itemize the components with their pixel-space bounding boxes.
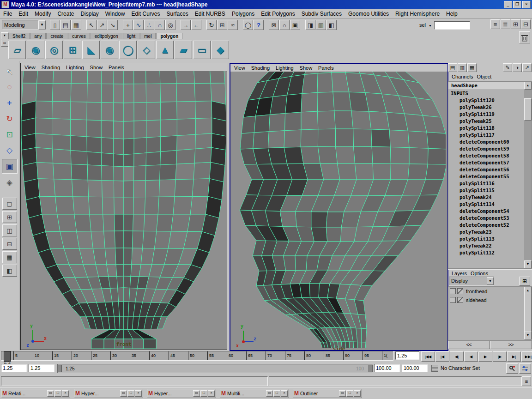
command-line-input[interactable] — [1, 376, 268, 386]
camera-home-icon[interactable]: ⌂ — [279, 20, 290, 30]
chevron-down-icon[interactable]: ▼ — [38, 20, 46, 30]
restore-button[interactable]: ❐ — [513, 1, 521, 8]
auto-keyframe-button[interactable] — [506, 363, 518, 374]
playback-button[interactable]: ▶| — [507, 351, 521, 362]
lock-icon[interactable]: ⊠ — [269, 20, 279, 30]
layer-visibility-checkbox[interactable] — [450, 288, 456, 294]
poly-plane-c-icon[interactable]: ▭ — [193, 41, 211, 59]
shelf-tab[interactable]: create — [46, 33, 67, 39]
layer-color-swatch[interactable] — [457, 288, 463, 294]
shelf-tab[interactable]: polygon — [156, 33, 182, 39]
viewport-menu-item[interactable]: Panels — [109, 65, 124, 70]
pick-arrow-icon[interactable]: ↗ — [522, 63, 532, 72]
menu-item[interactable]: Edit — [15, 11, 31, 17]
viewport-menu-item[interactable]: Show — [90, 65, 103, 70]
menu-item[interactable]: Edit Polygons — [258, 11, 298, 17]
menu-item[interactable]: Edit Curves — [128, 11, 163, 17]
viewport-menu-item[interactable]: Lighting — [66, 65, 84, 70]
two-pane-stacked-layout-icon[interactable]: ⊟ — [2, 238, 17, 250]
menu-item[interactable]: Subdiv Surfaces — [298, 11, 345, 17]
playback-end-field[interactable]: 100.00 — [374, 364, 400, 372]
poly-cube-icon[interactable]: ◇ — [138, 41, 155, 59]
move-tool-icon[interactable]: + — [2, 96, 17, 110]
scroll-down-icon[interactable]: ▼ — [524, 332, 532, 339]
snap-plane-icon[interactable]: ∩ — [155, 20, 165, 30]
script-editor-button[interactable]: ≡ — [522, 376, 531, 386]
select-component-icon[interactable]: ↘ — [108, 20, 118, 30]
channel-item[interactable]: polySplit113 — [448, 236, 532, 242]
snap-grid-icon[interactable]: + — [123, 20, 133, 30]
poly-spheres-icon[interactable]: ◉ — [101, 41, 118, 59]
open-scene-icon[interactable]: ▤ — [60, 20, 71, 30]
maximize-button[interactable]: □ — [127, 390, 134, 397]
trash-button[interactable] — [519, 31, 530, 43]
make-live-icon[interactable]: ◎ — [165, 20, 175, 30]
command-line-result[interactable] — [269, 376, 522, 386]
viewport-menu-item[interactable]: Lighting — [276, 65, 294, 71]
channel-item[interactable]: deleteComponent52 — [448, 222, 532, 229]
channel-item[interactable]: polyTweak26 — [448, 104, 532, 111]
input-connections-icon[interactable]: → — [181, 20, 191, 30]
grid-layout-b-icon[interactable]: ⊟ — [521, 19, 531, 29]
nurbs-sphere-icon[interactable]: ◎ — [45, 41, 63, 59]
menu-item[interactable]: File — [0, 11, 15, 17]
close-button[interactable]: × — [354, 390, 361, 397]
range-left-handle[interactable] — [58, 365, 62, 372]
shelf-tab[interactable]: Shelf2 — [8, 33, 30, 39]
playback-button[interactable]: |▶ — [493, 351, 507, 362]
playback-button[interactable]: |◀◀ — [421, 351, 435, 362]
show-manipulator-tool-icon[interactable]: ◇ — [2, 143, 17, 157]
channel-item[interactable]: deleteComponent58 — [448, 152, 532, 159]
snap-point-icon[interactable]: ∴ — [144, 20, 154, 30]
shelf-tab[interactable]: light — [123, 33, 139, 39]
maximize-button[interactable]: □ — [200, 390, 207, 397]
menu-item[interactable]: Modify — [31, 11, 54, 17]
four-pane-layout-icon[interactable]: ⊞ — [2, 211, 17, 223]
scrollbar-thumb[interactable] — [524, 294, 532, 332]
channel-item[interactable]: polySplit114 — [448, 201, 532, 208]
pager-prev-button[interactable]: << — [448, 341, 490, 349]
playback-button[interactable]: ▶ — [478, 351, 492, 362]
poly-wedge-icon[interactable]: ◆ — [212, 41, 229, 59]
clapperboard-icon[interactable]: ◨ — [305, 20, 315, 30]
layer-mode-selector[interactable]: Display ▼ — [449, 277, 494, 285]
outliner-pane-layout-icon[interactable]: ◧ — [2, 265, 17, 277]
menu-item[interactable]: Edit NURBS — [192, 11, 229, 17]
minimized-window[interactable]: M Relati... ▭ □ × — [1, 389, 70, 398]
scale-tool-icon[interactable]: ⊡ — [2, 127, 17, 141]
close-button[interactable]: × — [281, 390, 288, 397]
channel-item[interactable]: deleteComponent53 — [448, 215, 532, 222]
channel-manipulator-icon[interactable]: ▤ — [448, 63, 457, 72]
playback-button[interactable]: |◀ — [435, 351, 449, 362]
time-slider-track[interactable]: 51015202530354045505560657075808590951( — [1, 351, 393, 361]
soft-mod-tool-icon[interactable]: ◈ — [2, 175, 17, 189]
grid-display-icon[interactable]: ⊞ — [217, 20, 227, 30]
film-icon[interactable]: ▥ — [316, 20, 326, 30]
viewport-menu-item[interactable]: Shading — [251, 65, 270, 71]
channel-speed-icon[interactable]: ▥ — [458, 63, 467, 72]
quick-select-input[interactable] — [434, 21, 470, 30]
close-button[interactable]: × — [208, 390, 215, 397]
channel-item[interactable]: polySplit112 — [448, 249, 532, 256]
layer-row[interactable]: sidehead — [448, 296, 532, 304]
hide-ui-elements-icon[interactable]: ≣ — [501, 19, 510, 29]
playback-button[interactable]: ◀ — [464, 351, 478, 362]
channel-item[interactable]: deleteComponent56 — [448, 166, 532, 173]
menu-item[interactable]: Display — [77, 11, 102, 17]
channel-item[interactable]: polySplit118 — [448, 125, 532, 132]
character-set-selector[interactable]: No Character Set — [430, 364, 503, 372]
channel-box-menu-item[interactable]: Object — [477, 74, 491, 81]
lasso-tool-icon[interactable]: ◌ — [2, 80, 17, 94]
scroll-down-icon[interactable]: ▼ — [524, 260, 532, 268]
channel-item[interactable]: polyTweak22 — [448, 242, 532, 249]
node-name[interactable]: headShape — [448, 82, 532, 90]
construction-history-icon[interactable]: ↻ — [206, 20, 217, 30]
new-layer-button[interactable]: ⊞ — [519, 277, 530, 286]
restore-button[interactable]: ▭ — [266, 390, 273, 397]
menu-item[interactable]: Goomoo Utilities — [345, 11, 392, 17]
scroll-up-icon[interactable]: ▲ — [524, 82, 532, 90]
layer-row[interactable]: fronthead — [448, 287, 532, 296]
maximize-button[interactable]: □ — [273, 390, 280, 397]
minimize-button[interactable]: _ — [504, 1, 512, 8]
channel-item[interactable]: polySplit117 — [448, 132, 532, 139]
